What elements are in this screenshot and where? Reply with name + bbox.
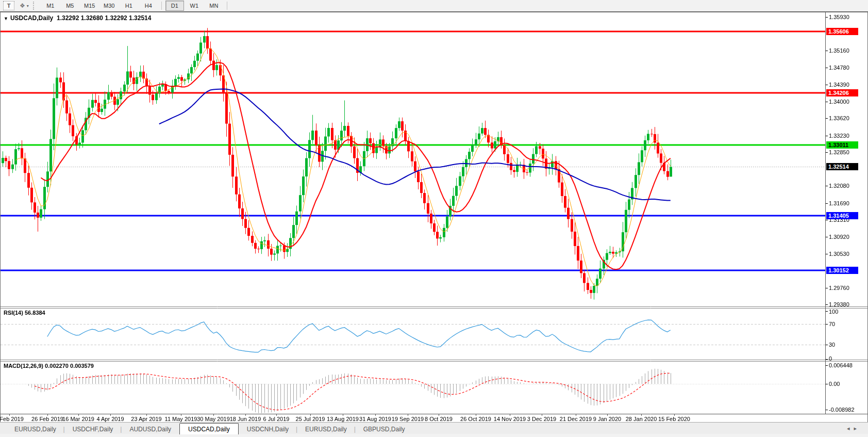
date-axis-label: 26 Oct 2019 xyxy=(460,416,491,422)
date-axis-label: 21 Dec 2019 xyxy=(560,416,592,422)
date-axis-label: 16 Mar 2019 xyxy=(62,416,94,422)
date-axis-label: 6 Jul 2019 xyxy=(263,416,290,422)
price-level-badge: 1.33011 xyxy=(826,141,858,149)
date-axis-label: 8 Oct 2019 xyxy=(425,416,453,422)
rsi-axis-tick: 100 xyxy=(829,309,838,315)
timeframe-toolbar: T ❖ ▾ M1M5M15M30H1H4D1W1MN xyxy=(0,0,868,12)
date-axis-label: 18 Jun 2019 xyxy=(230,416,261,422)
timeframe-button-m1[interactable]: M1 xyxy=(41,1,60,11)
timeframe-button-h4[interactable]: H4 xyxy=(139,1,158,11)
timeframe-button-w1[interactable]: W1 xyxy=(185,1,204,11)
date-axis-label: 23 Apr 2019 xyxy=(131,416,161,422)
chart-tab-eurusd-daily[interactable]: EURUSD,Daily| xyxy=(297,424,355,434)
timeframe-button-m15[interactable]: M15 xyxy=(80,1,99,11)
rsi-indicator-label: RSI(14) 56.8384 xyxy=(4,310,45,316)
date-axis-label: 19 Sep 2019 xyxy=(392,416,424,422)
date-axis-label: 25 Jul 2019 xyxy=(296,416,325,422)
macd-indicator-label: MACD(12,26,9) 0.002270 0.003579 xyxy=(4,363,94,369)
date-axis-label: 7 Feb 2019 xyxy=(0,416,24,422)
window-bottom-strip xyxy=(0,434,868,437)
tab-scroll-arrows[interactable]: ◂▸ xyxy=(847,425,861,432)
price-axis-tick: 1.31690 xyxy=(829,200,849,206)
price-axis-tick: 1.29760 xyxy=(829,285,849,291)
toolbar-separator xyxy=(161,2,162,10)
date-axis-label: 4 Apr 2019 xyxy=(96,416,124,422)
price-axis-tick: 1.33620 xyxy=(829,115,849,121)
date-axis-label: 15 Feb 2020 xyxy=(658,416,690,422)
chart-tab-audusd-daily[interactable]: AUDUSD,Daily xyxy=(121,424,179,434)
price-axis-tick: 1.34390 xyxy=(829,82,849,88)
rsi-current-value: 56.8384 xyxy=(25,310,45,316)
macd-axis-tick: -0.008982 xyxy=(829,407,855,413)
tab-scroll-left-icon: ◂ xyxy=(847,425,854,431)
date-axis-label: 14 Nov 2019 xyxy=(494,416,526,422)
chart-tab-gbpusd-daily[interactable]: GBPUSD,Daily xyxy=(355,424,413,434)
macd-axis-tick: 0.00 xyxy=(829,381,840,387)
date-axis-label: 9 Jan 2020 xyxy=(593,416,621,422)
chart-dropdown-icon[interactable]: ▼ xyxy=(4,16,8,21)
date-axis-label: 13 Aug 2019 xyxy=(327,416,359,422)
chart-window: ▼USDCAD,Daily 1.32292 1.32680 1.32292 1.… xyxy=(0,11,868,424)
chart-tab-eurusd-daily[interactable]: EURUSD,Daily| xyxy=(6,424,64,434)
price-axis-tick: 1.35160 xyxy=(829,47,849,54)
chart-layers-button[interactable]: ❖ ▾ xyxy=(20,2,29,9)
date-axis-label: 3 Dec 2019 xyxy=(527,416,556,422)
macd-axis-tick: 0.006448 xyxy=(829,362,853,368)
date-axis-label: 26 Feb 2019 xyxy=(31,416,63,422)
chart-title: ▼USDCAD,Daily 1.32292 1.32680 1.32292 1.… xyxy=(4,14,151,22)
date-axis-label: 11 May 2019 xyxy=(165,416,197,422)
price-axis-tick: 1.35930 xyxy=(829,14,849,20)
price-axis-tick: 1.34000 xyxy=(829,99,849,105)
timeframe-button-m5[interactable]: M5 xyxy=(61,1,79,11)
date-axis-label: 30 May 2019 xyxy=(197,416,230,422)
price-axis-tick: 1.32080 xyxy=(829,183,849,189)
layers-icon: ❖ xyxy=(20,2,25,9)
date-axis-label: 28 Jan 2020 xyxy=(626,416,657,422)
price-axis-tick: 1.30530 xyxy=(829,251,849,257)
price-level-badge: 1.32514 xyxy=(826,163,858,170)
toolbar-grip xyxy=(33,2,37,10)
timeframe-button-h1[interactable]: H1 xyxy=(120,1,138,11)
price-axis-tick: 1.30920 xyxy=(829,234,849,240)
tab-scroll-right-icon: ▸ xyxy=(854,425,861,431)
price-axis-tick: 1.34780 xyxy=(829,64,849,71)
price-level-badge: 1.30152 xyxy=(826,267,858,274)
chart-symbol-period: USDCAD,Daily xyxy=(10,14,53,22)
rsi-axis-tick: 0 xyxy=(829,355,832,362)
price-axis-tick: 1.32850 xyxy=(829,149,849,155)
date-axis-label: 31 Aug 2019 xyxy=(359,416,391,422)
macd-current-values: 0.002270 0.003579 xyxy=(45,363,94,369)
chart-tab-usdcad-daily[interactable]: USDCAD,Daily xyxy=(179,423,239,434)
price-level-badge: 1.34206 xyxy=(826,89,858,96)
rsi-axis-tick: 30 xyxy=(829,342,835,348)
text-tool-button[interactable]: T xyxy=(3,1,14,10)
timeframe-button-m30[interactable]: M30 xyxy=(100,1,119,11)
chart-tab-usdcnh-daily[interactable]: USDCNH,Daily| xyxy=(239,424,297,434)
timeframe-button-mn[interactable]: MN xyxy=(205,1,223,11)
price-chart-canvas[interactable] xyxy=(1,12,867,423)
price-axis-tick: 1.29380 xyxy=(829,301,849,307)
price-level-badge: 1.35606 xyxy=(826,28,858,35)
timeframe-button-d1[interactable]: D1 xyxy=(165,1,184,11)
chart-tab-bar: EURUSD,Daily|USDCHF,Daily|AUDUSD,DailyUS… xyxy=(0,422,868,434)
toolbar-separator xyxy=(227,2,227,10)
price-level-badge: 1.31405 xyxy=(826,212,858,219)
price-axis-tick: 1.33230 xyxy=(829,133,849,139)
mt4-application-window: T ❖ ▾ M1M5M15M30H1H4D1W1MN ▼USDCAD,Daily… xyxy=(0,0,868,437)
chart-tab-usdchf-daily[interactable]: USDCHF,Daily| xyxy=(64,424,122,434)
rsi-axis-tick: 70 xyxy=(829,321,835,327)
chart-ohlc-values: 1.32292 1.32680 1.32292 1.32514 xyxy=(57,14,152,22)
chevron-down-icon: ▾ xyxy=(27,4,29,8)
